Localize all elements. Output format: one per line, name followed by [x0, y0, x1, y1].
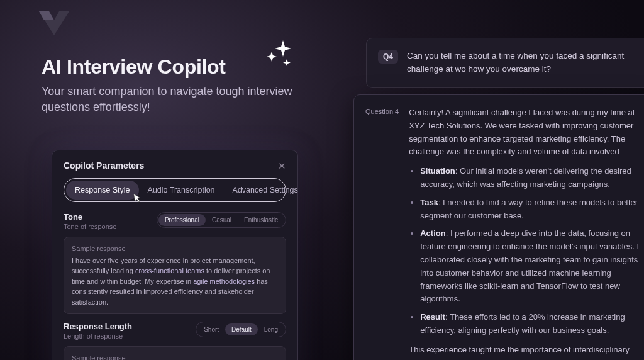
tone-title: Tone [64, 212, 116, 222]
question-text: Can you tell me about a time when you fa… [407, 50, 643, 76]
question-card: Q4 Can you tell me about a time when you… [366, 38, 644, 88]
tone-sample: Sample response I have over five years o… [64, 237, 286, 314]
length-chip-short[interactable]: Short [197, 323, 225, 335]
answer-bullets: Situation: Our initial models weren't de… [409, 165, 643, 337]
tab-audio-transcription[interactable]: Audio Transcription [139, 181, 224, 200]
bullet-task: Task: I needed to find a way to refine t… [420, 196, 643, 223]
page-subtitle: Your smart companion to navigate tough i… [42, 84, 312, 115]
length-sample: Sample response I have over five years o… [64, 346, 286, 360]
tab-advanced-settings[interactable]: Advanced Settings [224, 181, 307, 200]
tone-options: Professional Casual Enthusiastic [157, 212, 286, 228]
tab-bar: Response Style Audio Transcription Advan… [64, 178, 286, 202]
tab-response-style[interactable]: Response Style [66, 181, 139, 200]
copilot-parameters-panel: Copilot Parameters ✕ Response Style Audi… [52, 150, 298, 360]
answer-outro: This experience taught me the importance… [409, 344, 643, 360]
close-icon[interactable]: ✕ [278, 161, 286, 171]
answer-body: Certainly! A significant challenge I fac… [409, 106, 643, 360]
tone-chip-enthusiastic[interactable]: Enthusiastic [238, 214, 284, 226]
length-subtitle: Length of response [64, 332, 132, 340]
answer-card: Question 4 Certainly! A significant chal… [353, 94, 644, 360]
bullet-result: Result: These efforts led to a 20% incre… [420, 311, 643, 337]
length-sample-label: Sample response [72, 353, 278, 360]
question-badge: Q4 [378, 50, 398, 64]
answer-label: Question 4 [365, 106, 399, 115]
answer-intro: Certainly! A significant challenge I fac… [409, 106, 643, 159]
tone-subtitle: Tone of response [64, 223, 116, 230]
page-title: AI Interview Copilot [42, 55, 312, 79]
length-chip-long[interactable]: Long [258, 323, 284, 335]
length-chip-default[interactable]: Default [225, 323, 258, 335]
bullet-situation: Situation: Our initial models weren't de… [420, 165, 643, 191]
length-options: Short Default Long [196, 322, 286, 337]
tone-chip-casual[interactable]: Casual [206, 214, 238, 226]
tone-chip-professional[interactable]: Professional [158, 214, 206, 226]
tone-sample-label: Sample response [72, 244, 278, 254]
brand-logo [39, 11, 69, 35]
bullet-action: Action: I performed a deep dive into the… [420, 227, 643, 306]
length-title: Response Length [64, 322, 132, 331]
panel-title: Copilot Parameters [64, 160, 144, 171]
tone-section: Tone Tone of response Professional Casua… [64, 212, 286, 314]
length-section: Response Length Length of response Short… [64, 322, 286, 360]
